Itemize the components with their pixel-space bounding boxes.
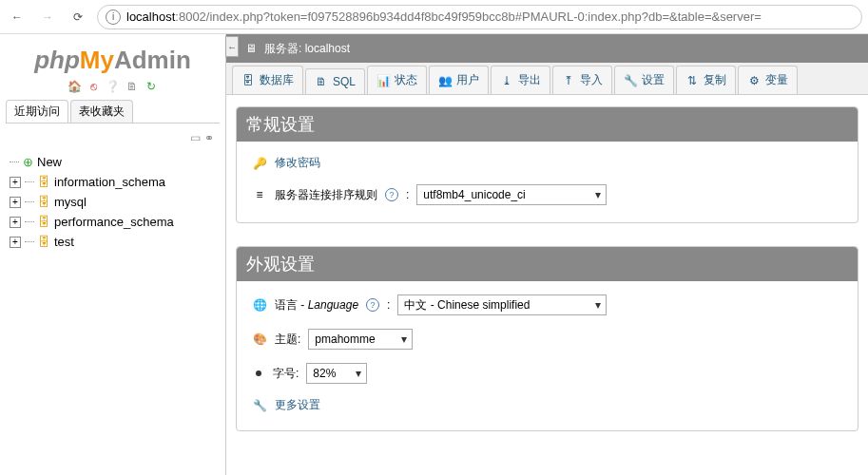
database-icon: 🗄 <box>241 74 255 87</box>
expand-icon[interactable]: + <box>10 177 21 188</box>
help-icon[interactable]: ? <box>366 298 379 312</box>
home-icon[interactable]: 🏠 <box>68 79 83 94</box>
database-icon: 🗄 <box>38 175 50 189</box>
collapse-all-icon[interactable]: ▭ <box>190 131 201 144</box>
collapse-sidebar-button[interactable]: ← <box>226 36 239 57</box>
forward-button[interactable]: → <box>36 6 59 28</box>
variables-icon: ⚙ <box>747 74 761 87</box>
sidebar: phpMyAdmin 🏠 ⎋ ❔ 🗎 ↻ 近期访问 表收藏夹 ▭ ⚭ ⊕ New… <box>0 34 226 475</box>
tab-users[interactable]: 👥用户 <box>429 66 489 94</box>
tab-recent[interactable]: 近期访问 <box>6 100 68 123</box>
sql-icon: 🗎 <box>315 75 328 88</box>
reload-button[interactable]: ⟳ <box>67 6 89 28</box>
tab-export[interactable]: ⤓导出 <box>491 66 550 94</box>
change-password-link[interactable]: 修改密码 <box>275 155 320 171</box>
back-button[interactable]: ← <box>6 6 29 28</box>
docs-icon[interactable]: ❔ <box>106 79 121 94</box>
logout-icon[interactable]: ⎋ <box>87 79 102 94</box>
export-icon: ⤓ <box>500 74 513 87</box>
sidebar-mini-tools: ▭ ⚭ <box>6 129 220 152</box>
reload-nav-icon[interactable]: ↻ <box>144 79 159 94</box>
more-settings-link[interactable]: 更多设置 <box>275 397 320 413</box>
new-db-icon: ⊕ <box>23 155 33 169</box>
tab-status[interactable]: 📊状态 <box>367 66 427 94</box>
expand-icon[interactable]: + <box>10 197 21 208</box>
tab-sql[interactable]: 🗎SQL <box>305 68 365 94</box>
collation-label: 服务器连接排序规则 <box>275 187 377 203</box>
server-icon: 🖥 <box>245 42 257 55</box>
panel-title: 常规设置 <box>237 107 858 142</box>
tab-variables[interactable]: ⚙变量 <box>738 66 798 94</box>
fontsize-label: 字号: <box>273 366 299 382</box>
main-content: ← 🖥 服务器: localhost 🗄数据库 🗎SQL 📊状态 👥用户 ⤓导出… <box>226 34 868 475</box>
language-label: 语言 - Language <box>275 297 358 314</box>
expand-icon[interactable]: + <box>10 217 21 228</box>
tree-new[interactable]: ⊕ New <box>10 152 220 172</box>
tab-settings[interactable]: 🔧设置 <box>614 66 674 94</box>
fontsize-select[interactable]: 82% <box>306 363 367 384</box>
database-icon: 🗄 <box>38 215 50 229</box>
language-select[interactable]: 中文 - Chinese simplified <box>397 294 607 315</box>
replication-icon: ⇅ <box>685 74 699 87</box>
import-icon: ⤒ <box>562 74 575 87</box>
tab-databases[interactable]: 🗄数据库 <box>232 66 303 94</box>
tab-replication[interactable]: ⇅复制 <box>676 66 736 94</box>
collation-icon: ≡ <box>252 187 267 202</box>
logo: phpMyAdmin <box>6 38 220 79</box>
tab-favorites[interactable]: 表收藏夹 <box>70 100 133 123</box>
general-settings-panel: 常规设置 🔑 修改密码 ≡ 服务器连接排序规则 ?: utf8mb4_unico… <box>236 106 858 223</box>
top-tabs: 🗄数据库 🗎SQL 📊状态 👥用户 ⤓导出 ⤒导入 🔧设置 ⇅复制 ⚙变量 <box>226 63 868 95</box>
db-tree: ⊕ New + 🗄 information_schema + 🗄 mysql +… <box>6 152 220 252</box>
appearance-settings-panel: 外观设置 🌐 语言 - Language ?: 中文 - Chinese sim… <box>236 246 858 431</box>
expand-icon[interactable]: + <box>10 237 21 248</box>
wrench-icon: 🔧 <box>624 74 637 87</box>
site-info-icon[interactable]: i <box>106 10 121 25</box>
url-text: localhost:8002/index.php?token=f09752889… <box>126 10 854 24</box>
tree-item[interactable]: + 🗄 information_schema <box>10 172 220 192</box>
tab-import[interactable]: ⤒导入 <box>552 66 612 94</box>
database-icon: 🗄 <box>38 235 50 249</box>
logo-toolbar: 🏠 ⎋ ❔ 🗎 ↻ <box>6 79 220 94</box>
link-icon[interactable]: ⚭ <box>204 131 214 144</box>
theme-select[interactable]: pmahomme <box>308 329 413 350</box>
wrench-icon: 🔧 <box>252 398 267 413</box>
key-icon: 🔑 <box>252 156 267 171</box>
language-icon: 🌐 <box>252 297 267 313</box>
panel-title: 外观设置 <box>237 247 858 281</box>
address-bar[interactable]: i localhost:8002/index.php?token=f097528… <box>97 5 862 29</box>
tree-item[interactable]: + 🗄 mysql <box>10 192 220 212</box>
browser-toolbar: ← → ⟳ i localhost:8002/index.php?token=f… <box>0 0 868 34</box>
sql-icon[interactable]: 🗎 <box>125 79 140 94</box>
status-icon: 📊 <box>376 74 390 87</box>
help-icon[interactable]: ? <box>385 188 398 201</box>
tree-item[interactable]: + 🗄 performance_schema <box>10 212 220 232</box>
users-icon: 👥 <box>438 74 452 87</box>
database-icon: 🗄 <box>38 195 50 209</box>
theme-label: 主题: <box>275 332 300 348</box>
collation-select[interactable]: utf8mb4_unicode_ci <box>416 184 607 205</box>
server-label[interactable]: 服务器: localhost <box>264 41 350 57</box>
sidebar-tabs: 近期访问 表收藏夹 <box>6 100 220 124</box>
server-breadcrumb: 🖥 服务器: localhost <box>226 34 868 63</box>
bullet-icon <box>256 370 261 376</box>
theme-icon: 🎨 <box>252 332 267 347</box>
tree-item[interactable]: + 🗄 test <box>10 232 220 252</box>
